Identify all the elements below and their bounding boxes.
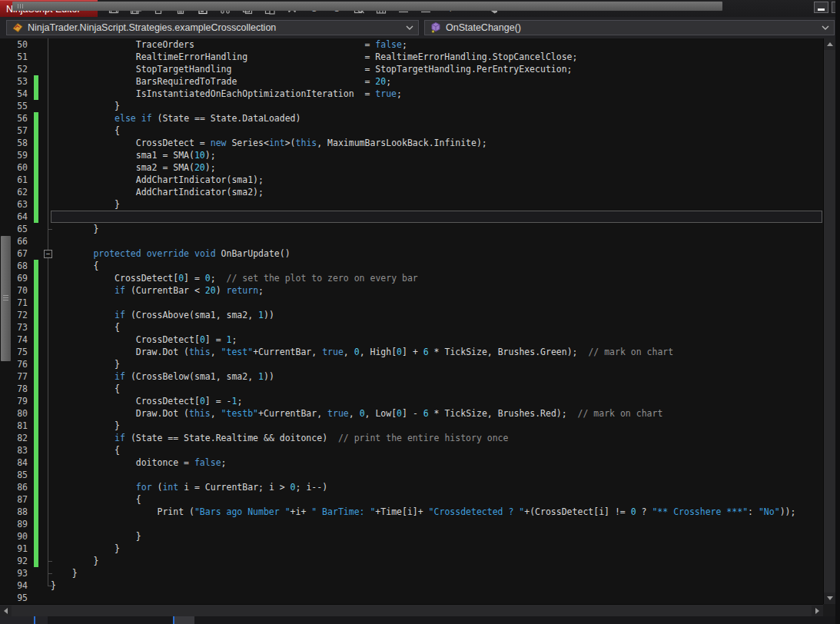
code-line-74[interactable]: 74 CrossDetect[0] = 1; — [0, 334, 823, 346]
fold-column — [38, 444, 51, 456]
code-line-89[interactable]: 89 — [0, 518, 823, 530]
code-line-82[interactable]: 82 if (State == State.Realtime && doiton… — [0, 432, 823, 444]
fold-column — [38, 284, 51, 297]
chevron-down-icon — [406, 25, 413, 31]
code-line-79[interactable]: 79 CrossDetect[0] = -1; — [0, 395, 823, 407]
code-line-86[interactable]: 86 for (int i = CurrentBar; i > 0; i--) — [0, 481, 823, 493]
code-line-85[interactable]: 85 — [0, 469, 823, 481]
fold-column — [38, 407, 51, 420]
code-editor[interactable]: 50 TraceOrders = false;51 RealtimeErrorH… — [0, 38, 823, 604]
code-line-63[interactable]: 63 } — [0, 198, 823, 211]
horizontal-scrollbar[interactable] — [0, 604, 823, 616]
minimize-button[interactable] — [814, 2, 828, 13]
code-line-71[interactable]: 71 — [0, 297, 823, 309]
line-number: 93 — [0, 567, 34, 579]
code-line-52[interactable]: 52 StopTargetHandling = StopTargetHandli… — [0, 63, 823, 75]
current-line-highlight — [51, 211, 822, 223]
code-line-67[interactable]: 67 protected override void OnBarUpdate() — [0, 247, 823, 260]
code-line-84[interactable]: 84 doitonce = false; — [0, 456, 823, 469]
fold-column — [38, 235, 51, 247]
code-text: StopTargetHandling = StopTargetHandling.… — [51, 63, 823, 75]
line-number: 56 — [0, 112, 34, 124]
thumb-grip — [22, 4, 23, 8]
minimize-icon — [818, 8, 825, 11]
code-line-77[interactable]: 77 if (CrossBelow(sma1, sma2, 1)) — [0, 370, 823, 383]
line-number: 78 — [0, 383, 34, 395]
fold-column — [38, 481, 51, 493]
code-line-69[interactable]: 69 CrossDetect[0] = 0; // set the plot t… — [0, 272, 823, 284]
code-line-87[interactable]: 87 { — [0, 493, 823, 506]
code-line-62[interactable]: 62 AddChartIndicator(sma2); — [0, 186, 823, 198]
line-number: 88 — [0, 506, 34, 518]
code-line-75[interactable]: 75 Draw.Dot (this, "test"+CurrentBar, tr… — [0, 346, 823, 358]
code-line-91[interactable]: 91 } — [0, 543, 823, 555]
code-line-72[interactable]: 72 if (CrossAbove(sma1, sma2, 1)) — [0, 309, 823, 321]
type-selector-combobox[interactable]: NinjaTrader.NinjaScript.Strategies.examp… — [6, 20, 419, 35]
code-line-65[interactable]: 65 } — [0, 223, 823, 235]
code-line-83[interactable]: 83 { — [0, 444, 823, 456]
code-text: Print ("Bars ago Number "+i+ " BarTime: … — [51, 506, 823, 518]
code-line-88[interactable]: 88 Print ("Bars ago Number "+i+ " BarTim… — [0, 506, 823, 518]
code-text — [51, 235, 823, 247]
line-number: 81 — [0, 420, 34, 432]
thumb-grip — [20, 4, 21, 8]
vertical-scrollbar[interactable] — [823, 38, 835, 604]
scroll-up-button[interactable] — [824, 38, 835, 50]
bottom-panel-edge — [0, 616, 835, 624]
code-text: CrossDetect = new Series<int>(this, Maxi… — [51, 137, 823, 149]
line-number: 84 — [0, 456, 34, 469]
fold-column — [38, 112, 51, 124]
scroll-left-button[interactable] — [0, 606, 12, 616]
code-line-66[interactable]: 66 — [0, 235, 823, 247]
member-selector-combobox[interactable]: OnStateChange() — [424, 20, 835, 35]
code-line-76[interactable]: 76 } — [0, 358, 823, 370]
code-line-68[interactable]: 68 { — [0, 260, 823, 272]
code-text: sma2 = SMA(20); — [51, 161, 823, 174]
code-line-81[interactable]: 81 } — [0, 420, 823, 432]
code-text: if (CrossBelow(sma1, sma2, 1)) — [51, 370, 823, 383]
fold-column — [38, 469, 51, 481]
code-line-61[interactable]: 61 AddChartIndicator(sma1); — [0, 174, 823, 186]
horizontal-scrollbar-thumb[interactable] — [12, 2, 722, 11]
bottom-segment — [174, 616, 194, 624]
fold-collapse-toggle[interactable]: − — [44, 250, 52, 258]
code-line-60[interactable]: 60 sma2 = SMA(20); — [0, 161, 823, 174]
code-line-57[interactable]: 57 { — [0, 124, 823, 137]
code-line-50[interactable]: 50 TraceOrders = false; — [0, 38, 823, 51]
code-line-54[interactable]: 54 IsInstantiatedOnEachOptimizationItera… — [0, 88, 823, 100]
code-line-94[interactable]: 94} — [0, 579, 823, 592]
fold-column — [38, 272, 51, 284]
triangle-left-icon — [4, 608, 8, 614]
scroll-right-button[interactable] — [812, 606, 823, 616]
code-line-53[interactable]: 53 BarsRequiredToTrade = 20; — [0, 75, 823, 88]
fold-column — [38, 100, 51, 112]
code-line-59[interactable]: 59 sma1 = SMA(10); — [0, 149, 823, 161]
line-number: 54 — [0, 88, 34, 100]
code-text: else if (State == State.DataLoaded) — [51, 112, 823, 124]
code-line-95[interactable]: 95 — [0, 592, 823, 604]
vertical-scrollbar-thumb[interactable] — [1, 236, 11, 361]
code-line-73[interactable]: 73 { — [0, 321, 823, 334]
window-right-edge — [835, 0, 840, 624]
code-text: BarsRequiredToTrade = 20; — [51, 75, 823, 88]
code-line-58[interactable]: 58 CrossDetect = new Series<int>(this, M… — [0, 137, 823, 149]
code-line-55[interactable]: 55 } — [0, 100, 823, 112]
scroll-down-button[interactable] — [824, 592, 835, 604]
fold-column — [38, 334, 51, 346]
line-number: 94 — [0, 579, 34, 592]
code-line-92[interactable]: 92 } — [0, 555, 823, 567]
code-line-80[interactable]: 80 Draw.Dot (this, "testb"+CurrentBar, t… — [0, 407, 823, 420]
line-number: 59 — [0, 149, 34, 161]
code-line-78[interactable]: 78 { — [0, 383, 823, 395]
code-line-64[interactable]: 64 — [0, 211, 823, 223]
code-line-56[interactable]: 56 else if (State == State.DataLoaded) — [0, 112, 823, 124]
code-line-70[interactable]: 70 if (CurrentBar < 20) return; — [0, 284, 823, 297]
triangle-right-icon — [815, 608, 819, 614]
code-line-93[interactable]: 93 } — [0, 567, 823, 579]
code-text — [51, 592, 823, 604]
code-lines: 50 TraceOrders = false;51 RealtimeErrorH… — [0, 38, 823, 604]
fold-column — [38, 137, 51, 149]
code-line-51[interactable]: 51 RealtimeErrorHandling = RealtimeError… — [0, 51, 823, 63]
code-line-90[interactable]: 90 } — [0, 530, 823, 543]
line-number: 57 — [0, 124, 34, 137]
